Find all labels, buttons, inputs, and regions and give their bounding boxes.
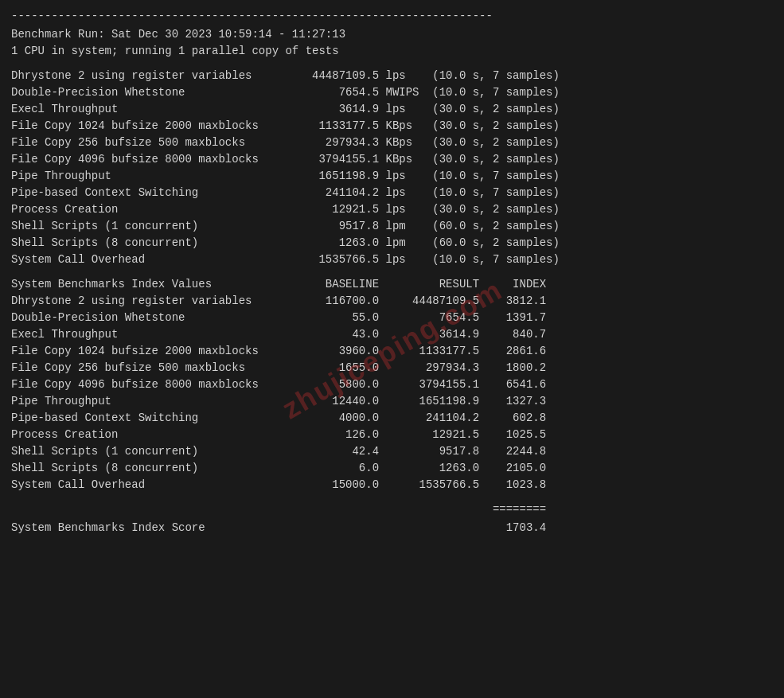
terminal-window: ----------------------------------------… — [11, 8, 773, 536]
benchmark-row: Process Creation 12921.5 lps (30.0 s, 2 … — [11, 201, 773, 218]
index-section: System Benchmarks Index Values BASELINE … — [11, 276, 773, 493]
benchmark-row: Shell Scripts (1 concurrent) 9517.8 lpm … — [11, 218, 773, 235]
index-data-row: Double-Precision Whetstone 55.0 7654.5 1… — [11, 310, 773, 326]
index-data-row: Execl Throughput 43.0 3614.9 840.7 — [11, 326, 773, 343]
index-data-row: Pipe Throughput 12440.0 1651198.9 1327.3 — [11, 393, 773, 410]
index-data-row: Pipe-based Context Switching 4000.0 2411… — [11, 410, 773, 427]
index-data-row: Shell Scripts (8 concurrent) 6.0 1263.0 … — [11, 460, 773, 477]
benchmark-results: Dhrystone 2 using register variables 444… — [11, 68, 773, 268]
index-data-row: Dhrystone 2 using register variables 116… — [11, 293, 773, 310]
benchmark-row: File Copy 4096 bufsize 8000 maxblocks 37… — [11, 151, 773, 168]
benchmark-run-line: Benchmark Run: Sat Dec 30 2023 10:59:14 … — [11, 26, 773, 43]
score-row: System Benchmarks Index Score 1703.4 — [11, 520, 773, 536]
benchmark-row: Pipe-based Context Switching 241104.2 lp… — [11, 185, 773, 201]
benchmark-row: File Copy 256 bufsize 500 maxblocks 2979… — [11, 135, 773, 151]
index-data-row: File Copy 256 bufsize 500 maxblocks 1655… — [11, 360, 773, 376]
benchmark-row: Dhrystone 2 using register variables 444… — [11, 68, 773, 84]
benchmark-row: File Copy 1024 bufsize 2000 maxblocks 11… — [11, 118, 773, 135]
cpu-info-line: 1 CPU in system; running 1 parallel copy… — [11, 43, 773, 60]
index-data-row: Process Creation 126.0 12921.5 1025.5 — [11, 427, 773, 443]
benchmark-run-info: Benchmark Run: Sat Dec 30 2023 10:59:14 … — [11, 26, 773, 60]
score-section: ========System Benchmarks Index Score 17… — [11, 501, 773, 536]
index-data-row: File Copy 1024 bufsize 2000 maxblocks 39… — [11, 343, 773, 360]
index-data-row: System Call Overhead 15000.0 1535766.5 1… — [11, 477, 773, 493]
divider-line: ----------------------------------------… — [11, 8, 773, 25]
benchmark-row: Execl Throughput 3614.9 lps (30.0 s, 2 s… — [11, 101, 773, 118]
benchmark-row: Pipe Throughput 1651198.9 lps (10.0 s, 7… — [11, 168, 773, 185]
index-data-row: File Copy 4096 bufsize 8000 maxblocks 58… — [11, 376, 773, 393]
index-data-row: Shell Scripts (1 concurrent) 42.4 9517.8… — [11, 443, 773, 460]
equals-separator: ======== — [11, 501, 773, 518]
benchmark-row: System Call Overhead 1535766.5 lps (10.0… — [11, 252, 773, 268]
benchmark-row: Shell Scripts (8 concurrent) 1263.0 lpm … — [11, 235, 773, 252]
index-header-row: System Benchmarks Index Values BASELINE … — [11, 276, 773, 293]
benchmark-row: Double-Precision Whetstone 7654.5 MWIPS … — [11, 84, 773, 101]
